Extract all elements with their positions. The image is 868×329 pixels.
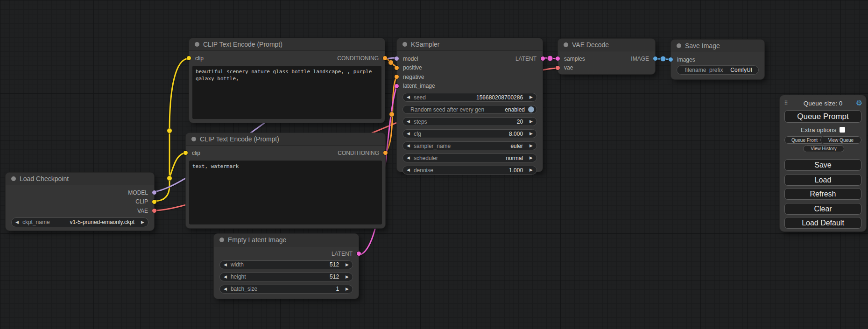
graph-canvas[interactable]: { "icons": { "arrow_left": "◀", "arrow_r… bbox=[0, 0, 868, 329]
output-port-conditioning[interactable] bbox=[383, 56, 387, 60]
node-save-image[interactable]: Save Image images filename_prefix ComfyU… bbox=[671, 40, 764, 79]
increment-arrow-icon[interactable]: ▶ bbox=[346, 287, 349, 291]
output-port-image[interactable] bbox=[653, 56, 657, 61]
widget-filename-prefix[interactable]: filename_prefix ComfyUI bbox=[677, 65, 759, 75]
output-port-conditioning[interactable] bbox=[383, 151, 388, 155]
node-clip-text-encode-negative[interactable]: CLIP Text Encode (Prompt) clip CONDITION… bbox=[186, 133, 385, 228]
input-port-positive[interactable] bbox=[395, 66, 399, 70]
increment-arrow-icon[interactable]: ▶ bbox=[529, 95, 533, 99]
increment-arrow-icon[interactable]: ▶ bbox=[346, 275, 349, 279]
widget-random-seed-toggle[interactable]: Random seed after every gen enabled bbox=[402, 105, 537, 114]
input-port-clip[interactable] bbox=[187, 56, 191, 60]
decrement-arrow-icon[interactable]: ◀ bbox=[224, 287, 227, 291]
widget-seed[interactable]: ◀seed 156680208700286▶ bbox=[402, 93, 537, 102]
widget-height[interactable]: ◀height 512▶ bbox=[219, 273, 353, 281]
output-port-latent[interactable] bbox=[357, 252, 361, 256]
input-label-model: model bbox=[403, 56, 418, 62]
increment-arrow-icon[interactable]: ▶ bbox=[346, 263, 349, 267]
negative-prompt-textarea[interactable]: text, watermark bbox=[189, 161, 382, 224]
collapse-dot-icon[interactable] bbox=[402, 42, 407, 47]
widget-denoise[interactable]: ◀denoise 1.000▶ bbox=[402, 166, 537, 175]
decrement-arrow-icon[interactable]: ◀ bbox=[224, 263, 227, 267]
decrement-arrow-icon[interactable]: ◀ bbox=[407, 156, 410, 160]
widget-value: 20 bbox=[517, 119, 523, 125]
node-title[interactable]: CLIP Text Encode (Prompt) bbox=[186, 133, 385, 146]
port-row: positive bbox=[402, 63, 537, 73]
input-port-negative[interactable] bbox=[395, 75, 399, 79]
node-load-checkpoint[interactable]: Load Checkpoint MODEL CLIP VAE ◀ ckpt_na… bbox=[6, 173, 154, 231]
decrement-arrow-icon[interactable]: ◀ bbox=[407, 95, 410, 99]
input-port-vae[interactable] bbox=[556, 66, 560, 70]
output-label-latent: LATENT bbox=[332, 251, 353, 257]
queue-front-button[interactable]: Queue Front bbox=[784, 136, 825, 144]
input-port-images[interactable] bbox=[669, 57, 673, 62]
save-button[interactable]: Save bbox=[784, 159, 861, 171]
reroute-dot bbox=[167, 128, 172, 133]
increment-arrow-icon[interactable]: ▶ bbox=[529, 168, 533, 172]
toggle-knob-icon[interactable] bbox=[528, 106, 534, 112]
increment-arrow-icon[interactable]: ▶ bbox=[529, 132, 533, 136]
output-label-clip: CLIP bbox=[135, 198, 148, 205]
drag-handle-icon[interactable]: ⠿ bbox=[784, 100, 788, 106]
port-row: clip CONDITIONING bbox=[195, 54, 379, 63]
collapse-dot-icon[interactable] bbox=[219, 238, 224, 242]
collapse-dot-icon[interactable] bbox=[195, 42, 199, 47]
node-vae-decode[interactable]: VAE Decode samples IMAGE vae bbox=[558, 39, 655, 74]
node-title[interactable]: VAE Decode bbox=[558, 39, 655, 51]
input-label-vae: vae bbox=[564, 64, 573, 71]
widget-batch-size[interactable]: ◀batch_size 1▶ bbox=[219, 285, 353, 294]
node-clip-text-encode-positive[interactable]: CLIP Text Encode (Prompt) clip CONDITION… bbox=[189, 38, 385, 123]
output-label-model: MODEL bbox=[128, 189, 148, 196]
extra-options-label: Extra options bbox=[801, 126, 836, 133]
view-queue-button[interactable]: View Queue bbox=[820, 136, 861, 144]
widget-sampler-name[interactable]: ◀sampler_name euler▶ bbox=[402, 141, 537, 150]
widget-value: normal bbox=[506, 155, 523, 161]
clear-button[interactable]: Clear bbox=[784, 203, 861, 215]
queue-menu-panel[interactable]: ⠿ Queue size: 0 ⚙ Queue Prompt Extra opt… bbox=[780, 95, 866, 231]
widget-label: seed bbox=[414, 94, 426, 101]
input-port-latent-image[interactable] bbox=[395, 84, 399, 88]
queue-prompt-button[interactable]: Queue Prompt bbox=[784, 110, 861, 123]
increment-arrow-icon[interactable]: ▶ bbox=[529, 119, 533, 124]
decrement-arrow-icon[interactable]: ◀ bbox=[224, 275, 227, 279]
input-port-clip[interactable] bbox=[183, 151, 188, 155]
widget-label: scheduler bbox=[414, 155, 438, 161]
extra-options-checkbox[interactable] bbox=[840, 127, 845, 133]
settings-gear-icon[interactable]: ⚙ bbox=[856, 99, 862, 107]
decrement-arrow-icon[interactable]: ◀ bbox=[407, 132, 410, 136]
decrement-arrow-icon[interactable]: ◀ bbox=[407, 119, 410, 124]
node-title[interactable]: Load Checkpoint bbox=[6, 173, 154, 185]
positive-prompt-textarea[interactable]: beautiful scenery nature glass bottle la… bbox=[192, 66, 381, 119]
decrement-arrow-icon[interactable]: ◀ bbox=[407, 168, 410, 172]
node-ksampler[interactable]: KSampler model LATENT positive negative bbox=[397, 38, 543, 172]
decrement-arrow-icon[interactable]: ◀ bbox=[15, 220, 19, 224]
widget-ckpt-name[interactable]: ◀ ckpt_name v1-5-pruned-emaonly.ckpt ▶ bbox=[11, 217, 148, 227]
widget-scheduler[interactable]: ◀scheduler normal▶ bbox=[402, 154, 537, 162]
node-empty-latent-image[interactable]: Empty Latent Image LATENT ◀width 512▶ ◀h… bbox=[214, 234, 359, 299]
node-title[interactable]: CLIP Text Encode (Prompt) bbox=[189, 38, 385, 51]
increment-arrow-icon[interactable]: ▶ bbox=[529, 156, 533, 160]
widget-cfg[interactable]: ◀cfg 8.000▶ bbox=[402, 129, 537, 138]
widget-steps[interactable]: ◀steps 20▶ bbox=[402, 117, 537, 126]
load-button[interactable]: Load bbox=[784, 174, 861, 186]
collapse-dot-icon[interactable] bbox=[11, 176, 16, 181]
collapse-dot-icon[interactable] bbox=[677, 43, 681, 48]
collapse-dot-icon[interactable] bbox=[191, 137, 196, 141]
increment-arrow-icon[interactable]: ▶ bbox=[141, 220, 144, 224]
widget-width[interactable]: ◀width 512▶ bbox=[219, 260, 353, 269]
input-port-model[interactable] bbox=[395, 56, 399, 61]
input-port-samples[interactable] bbox=[556, 56, 560, 61]
decrement-arrow-icon[interactable]: ◀ bbox=[407, 144, 410, 148]
refresh-button[interactable]: Refresh bbox=[784, 188, 861, 200]
widget-label: batch_size bbox=[231, 286, 257, 292]
node-title[interactable]: Empty Latent Image bbox=[214, 234, 359, 246]
view-history-button[interactable]: View History bbox=[803, 145, 844, 152]
output-port-latent[interactable] bbox=[541, 56, 545, 61]
node-title[interactable]: Save Image bbox=[671, 40, 764, 52]
output-port-clip[interactable] bbox=[152, 200, 156, 204]
increment-arrow-icon[interactable]: ▶ bbox=[529, 144, 533, 148]
collapse-dot-icon[interactable] bbox=[564, 42, 568, 47]
load-default-button[interactable]: Load Default bbox=[784, 217, 861, 229]
output-label-image: IMAGE bbox=[631, 56, 649, 62]
node-title[interactable]: KSampler bbox=[397, 38, 543, 51]
